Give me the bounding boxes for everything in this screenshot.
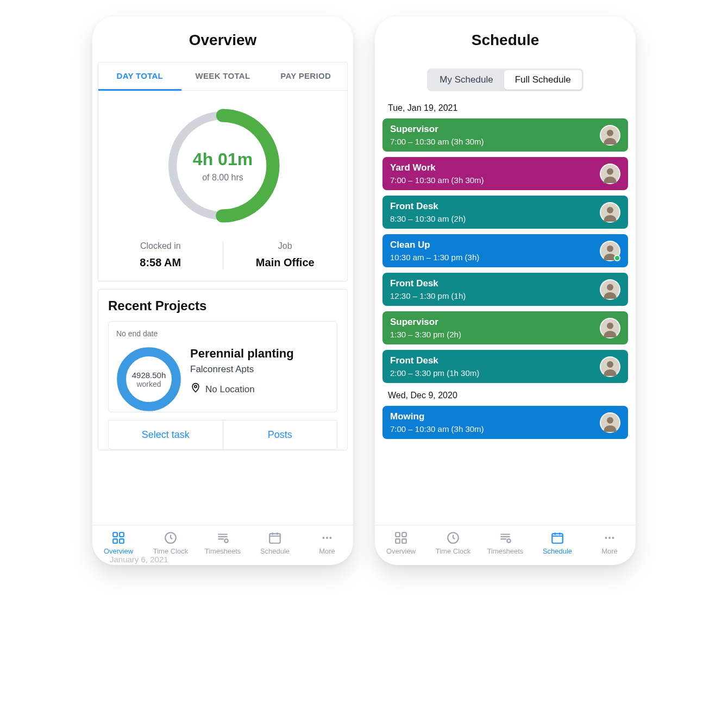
svg-point-21 [607, 245, 613, 252]
svg-point-12 [326, 537, 328, 539]
nav-timesheets[interactable]: Timesheets [479, 531, 531, 555]
timesheets-icon [216, 531, 230, 545]
shift-title: Front Desk [390, 278, 466, 289]
date-header: Tue, Jan 19, 2021 [382, 101, 628, 118]
assignee-avatar [600, 318, 620, 338]
svg-rect-33 [402, 539, 406, 543]
svg-point-17 [607, 168, 613, 174]
more-icon [603, 531, 617, 545]
nav-more[interactable]: More [301, 531, 353, 555]
phone-schedule: Schedule My Schedule Full Schedule Tue, … [375, 16, 636, 565]
nav-overview[interactable]: Overview [92, 531, 145, 555]
clock-icon [164, 531, 178, 545]
svg-rect-30 [396, 532, 400, 537]
svg-point-29 [607, 417, 613, 423]
day-total-card: DAY TOTAL WEEK TOTAL PAY PERIOD 4h 01m o… [98, 62, 348, 281]
total-tabs: DAY TOTAL WEEK TOTAL PAY PERIOD [98, 62, 347, 91]
clocked-in-label: Clocked in [98, 241, 223, 251]
project-name: Perennial planting [190, 347, 329, 361]
shift-time: 2:00 – 3:30 pm (1h 30m) [390, 368, 479, 378]
shift-time: 7:00 – 10:30 am (3h 30m) [390, 137, 484, 146]
job-stat: Job Main Office [223, 241, 348, 269]
shift-title: Front Desk [390, 355, 479, 366]
shift-item[interactable]: Yard Work7:00 – 10:30 am (3h 30m) [382, 157, 628, 190]
svg-rect-31 [402, 532, 406, 537]
svg-point-19 [607, 206, 613, 213]
project-client: Falconrest Apts [190, 364, 329, 375]
grid-icon [111, 531, 125, 545]
assignee-avatar [600, 412, 620, 433]
svg-point-3 [194, 385, 197, 387]
svg-point-23 [607, 284, 613, 290]
nav-timesheets[interactable]: Timesheets [197, 531, 249, 555]
project-worked: worked [136, 380, 161, 388]
svg-rect-7 [120, 539, 124, 543]
project-item[interactable]: No end date 4928.50h worked Perennial pl… [108, 321, 337, 412]
svg-point-15 [607, 129, 613, 136]
svg-point-9 [224, 539, 228, 543]
shift-title: Mowing [390, 411, 484, 422]
nav-schedule[interactable]: Schedule [531, 531, 583, 555]
shift-item[interactable]: Front Desk2:00 – 3:30 pm (1h 30m) [382, 350, 628, 383]
shift-item[interactable]: Front Desk8:30 – 10:30 am (2h) [382, 196, 628, 229]
nav-time-clock[interactable]: Time Clock [145, 531, 197, 555]
svg-point-38 [608, 537, 611, 539]
nav-time-clock[interactable]: Time Clock [427, 531, 479, 555]
shift-item[interactable]: Mowing7:00 – 10:30 am (3h 30m) [382, 406, 628, 439]
hours-value: 4h 01m [193, 149, 253, 170]
nav-more[interactable]: More [583, 531, 636, 555]
shift-title: Supervisor [390, 124, 484, 135]
tab-week-total[interactable]: WEEK TOTAL [181, 62, 265, 90]
hours-donut: 4h 01m of 8.00 hrs [163, 106, 283, 225]
job-label: Job [223, 241, 348, 251]
project-hours-donut: 4928.50h worked [116, 347, 181, 412]
project-no-end-date: No end date [116, 329, 181, 338]
job-value: Main Office [223, 256, 348, 269]
nav-schedule[interactable]: Schedule [249, 531, 301, 555]
assignee-avatar [600, 279, 620, 300]
svg-point-11 [323, 537, 325, 539]
svg-point-25 [607, 322, 613, 329]
project-hours: 4928.50h [132, 371, 166, 380]
calendar-icon [550, 531, 564, 545]
clock-icon [446, 531, 460, 545]
svg-point-39 [612, 537, 614, 539]
hours-total: of 8.00 hrs [202, 173, 243, 183]
seg-my-schedule[interactable]: My Schedule [429, 70, 504, 90]
svg-point-27 [607, 361, 613, 367]
select-task-button[interactable]: Select task [109, 421, 223, 449]
location-pin-icon [190, 382, 201, 396]
schedule-segmented-control: My Schedule Full Schedule [427, 68, 583, 91]
svg-rect-32 [396, 539, 400, 543]
assignee-avatar [600, 356, 620, 377]
assignee-avatar [600, 164, 620, 184]
seg-full-schedule[interactable]: Full Schedule [504, 70, 582, 90]
shift-title: Front Desk [390, 201, 466, 212]
project-location: No Location [205, 384, 255, 395]
shift-time: 7:00 – 10:30 am (3h 30m) [390, 424, 484, 434]
date-header: Wed, Dec 9, 2020 [382, 388, 628, 406]
svg-point-35 [507, 539, 511, 543]
clocked-in-value: 8:58 AM [98, 256, 223, 269]
nav-overview[interactable]: Overview [375, 531, 427, 555]
shift-item[interactable]: Front Desk12:30 – 1:30 pm (1h) [382, 273, 628, 306]
svg-rect-6 [113, 539, 117, 543]
shift-title: Supervisor [390, 317, 461, 328]
tab-pay-period[interactable]: PAY PERIOD [264, 62, 347, 90]
more-icon [320, 531, 334, 545]
recent-projects-title: Recent Projects [98, 290, 347, 321]
phone-overview: Overview DAY TOTAL WEEK TOTAL PAY PERIOD… [92, 16, 353, 565]
date-peek: January 6, 2021 [110, 555, 168, 564]
tab-day-total[interactable]: DAY TOTAL [98, 62, 181, 91]
shift-item[interactable]: Supervisor1:30 – 3:30 pm (2h) [382, 311, 628, 344]
page-title: Overview [92, 16, 353, 59]
posts-button[interactable]: Posts [223, 421, 337, 449]
grid-icon [394, 531, 408, 545]
svg-rect-5 [120, 532, 124, 537]
shift-item[interactable]: Supervisor7:00 – 10:30 am (3h 30m) [382, 118, 628, 152]
shift-item[interactable]: Clean Up10:30 am – 1:30 pm (3h) [382, 234, 628, 267]
shift-time: 8:30 – 10:30 am (2h) [390, 214, 466, 223]
svg-point-13 [330, 537, 332, 539]
assignee-avatar [600, 125, 620, 146]
shift-time: 1:30 – 3:30 pm (2h) [390, 330, 461, 339]
